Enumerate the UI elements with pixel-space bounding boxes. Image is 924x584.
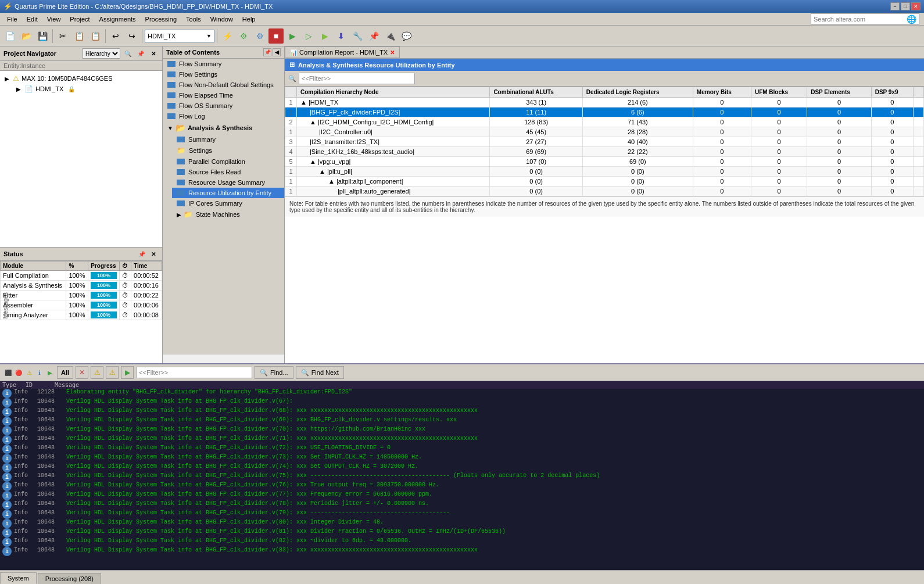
message-row[interactable]: i Info 10648 Verilog HDL Display System …: [0, 435, 924, 445]
toc-item-summary[interactable]: Summary: [172, 134, 284, 145]
toc-item-flow-settings[interactable]: Flow Settings: [163, 69, 284, 80]
message-row[interactable]: i Info 10648 Verilog HDL Display System …: [0, 426, 924, 435]
maximize-button[interactable]: □: [901, 2, 910, 10]
left-icon-4[interactable]: ℹ: [35, 368, 44, 377]
message-row[interactable]: i Info 10648 Verilog HDL Display System …: [0, 482, 924, 491]
message-row[interactable]: i Info 10648 Verilog HDL Display System …: [0, 538, 924, 547]
table-row[interactable]: 1 ▲ |pll:u_pll| 0 (0) 0 (0) 0 0 0 0: [285, 167, 924, 177]
table-row[interactable]: 4 |Sine_1KHz_16b_48ksps:test_audio| 69 (…: [285, 147, 924, 157]
message-row[interactable]: i Info 10648 Verilog HDL Display System …: [0, 472, 924, 482]
toc-item-resource-util[interactable]: Resource Utilization by Entity: [172, 188, 284, 198]
menu-project[interactable]: Project: [65, 15, 94, 24]
note-filter-button[interactable]: ▶: [121, 366, 134, 379]
table-row[interactable]: 3 |I2S_transmitter:I2S_TX| 27 (27) 40 (4…: [285, 137, 924, 147]
left-icon-2[interactable]: 🔴: [14, 368, 23, 377]
status-pin-button[interactable]: 📌: [137, 249, 147, 259]
nav-search-button[interactable]: 🔍: [123, 48, 133, 59]
pin-planner-button[interactable]: 📌: [366, 28, 381, 44]
nav-close-button[interactable]: ✕: [148, 48, 159, 59]
menu-edit[interactable]: Edit: [22, 15, 42, 24]
toc-item-settings[interactable]: 📁 Settings: [172, 145, 284, 156]
copy-button[interactable]: 📋: [71, 28, 87, 44]
tab-system[interactable]: System: [0, 572, 37, 584]
toc-item-flow-elapsed[interactable]: Flow Elapsed Time: [163, 90, 284, 101]
compile-button[interactable]: ▶: [285, 28, 300, 44]
close-button[interactable]: ✕: [911, 2, 921, 10]
table-row[interactable]: 1 |I2C_Controller:u0| 45 (45) 28 (28) 0 …: [285, 127, 924, 137]
toc-item-ip-cores[interactable]: IP Cores Summary: [172, 198, 284, 209]
table-row[interactable]: 5 ▲ |vpg:u_vpg| 107 (0) 69 (0) 0 0 0 0: [285, 157, 924, 167]
search-input[interactable]: [814, 16, 907, 23]
window-controls[interactable]: − □ ✕: [890, 2, 921, 10]
menu-view[interactable]: View: [42, 15, 66, 24]
expand-arrow-hdmi[interactable]: ▶: [16, 86, 22, 92]
message-row[interactable]: i Info 10648 Verilog HDL Display System …: [0, 519, 924, 528]
toc-item-flow-nondglobal[interactable]: Flow Non-Default Global Settings: [163, 80, 284, 90]
left-icon-5[interactable]: ▶: [45, 368, 55, 377]
table-row[interactable]: 1 |BHG_FP_clk_divider:FPD_I2S| 11 (11) 6…: [285, 108, 924, 117]
fitter-button[interactable]: ⚙: [236, 28, 251, 44]
left-icon-3[interactable]: ⚠: [24, 368, 34, 377]
menu-help[interactable]: Help: [238, 15, 260, 24]
left-icon-1[interactable]: ⬛: [3, 368, 13, 377]
message-row[interactable]: i Info 10648 Verilog HDL Display System …: [0, 500, 924, 510]
report-filter-input[interactable]: <<Filter>>: [299, 73, 415, 84]
toc-expand-button[interactable]: ◀: [273, 48, 281, 56]
stop-button[interactable]: ■: [268, 28, 284, 44]
table-row[interactable]: 1 ▲ |HDMI_TX 343 (1) 214 (6) 0 0 0 0: [285, 98, 924, 108]
undo-button[interactable]: ↩: [108, 28, 123, 44]
assembler-button[interactable]: ⚙: [252, 28, 267, 44]
hierarchy-select[interactable]: Hierarchy: [83, 48, 120, 59]
menu-tools[interactable]: Tools: [181, 15, 206, 24]
info-filter-button[interactable]: ⚠: [106, 366, 119, 379]
find-button[interactable]: 🔍 Find...: [255, 366, 293, 379]
menu-file[interactable]: File: [2, 15, 22, 24]
cut-button[interactable]: ✂: [55, 28, 70, 44]
comment-button[interactable]: 💬: [399, 28, 414, 44]
message-row[interactable]: i Info 10648 Verilog HDL Display System …: [0, 454, 924, 463]
toc-item-flow-os[interactable]: Flow OS Summary: [163, 101, 284, 111]
message-row[interactable]: i Info 10648 Verilog HDL Display System …: [0, 528, 924, 538]
message-row[interactable]: i Info 10648 Verilog HDL Display System …: [0, 547, 924, 556]
message-row[interactable]: i Info 10648 Verilog HDL Display System …: [0, 491, 924, 500]
messages-filter-input[interactable]: <<Filter>>: [136, 367, 252, 378]
message-row[interactable]: i Info 10648 Verilog HDL Display System …: [0, 510, 924, 519]
expand-arrow[interactable]: ▶: [5, 76, 10, 82]
entity-dropdown[interactable]: HDMI_TX ▼: [145, 30, 214, 42]
nav-pin-button[interactable]: 📌: [135, 48, 146, 59]
warning-filter-button[interactable]: ⚠: [91, 366, 103, 379]
partial-compile-button[interactable]: ▷: [301, 28, 316, 44]
tree-item-max10[interactable]: ▶ ⚠ MAX 10: 10M50DAF484C6GES: [2, 73, 160, 84]
error-filter-button[interactable]: ✕: [76, 366, 88, 379]
new-button[interactable]: 📄: [2, 28, 17, 44]
table-row[interactable]: 2 ▲ |I2C_HDMI_Config:u_I2C_HDMI_Config| …: [285, 117, 924, 127]
toc-item-resource-usage[interactable]: Resource Usage Summary: [172, 177, 284, 188]
status-close-button[interactable]: ✕: [148, 249, 159, 259]
menu-window[interactable]: Window: [206, 15, 238, 24]
toc-pin-button[interactable]: 📌: [263, 48, 271, 56]
menu-assignments[interactable]: Assignments: [95, 15, 141, 24]
redo-button[interactable]: ↪: [124, 28, 139, 44]
message-row[interactable]: i Info 10648 Verilog HDL Display System …: [0, 407, 924, 417]
find-next-button[interactable]: 🔍 Find Next: [296, 366, 344, 379]
recompile-button[interactable]: ▶: [317, 28, 332, 44]
toc-group-analysis[interactable]: ▼ 📂 Analysis & Synthesis: [163, 121, 284, 134]
toc-item-flow-log[interactable]: Flow Log: [163, 111, 284, 121]
analysis-synth-button[interactable]: ⚡: [220, 28, 235, 44]
toc-item-parallel[interactable]: Parallel Compilation: [172, 156, 284, 167]
table-row[interactable]: 1 ▲ |altpll:altpll_component| 0 (0) 0 (0…: [285, 177, 924, 187]
open-button[interactable]: 📂: [19, 28, 34, 44]
message-row[interactable]: i Info 10648 Verilog HDL Display System …: [0, 417, 924, 426]
message-row[interactable]: i Info 10648 Verilog HDL Display System …: [0, 445, 924, 454]
save-button[interactable]: 💾: [35, 28, 50, 44]
all-button[interactable]: All: [57, 366, 73, 379]
minimize-button[interactable]: −: [890, 2, 900, 10]
message-row[interactable]: i Info 10648 Verilog HDL Display System …: [0, 463, 924, 472]
toc-item-state-machines[interactable]: ▶ 📁 State Machines: [172, 209, 284, 220]
toc-item-flow-summary[interactable]: Flow Summary: [163, 59, 284, 69]
paste-button[interactable]: 📋: [88, 28, 103, 44]
table-row[interactable]: 1 |pll_altpll:auto_generated| 0 (0) 0 (0…: [285, 187, 924, 196]
report-tab-close[interactable]: ✕: [390, 49, 395, 56]
message-row[interactable]: i Info 10648 Verilog HDL Display System …: [0, 398, 924, 407]
menu-processing[interactable]: Processing: [141, 15, 181, 24]
